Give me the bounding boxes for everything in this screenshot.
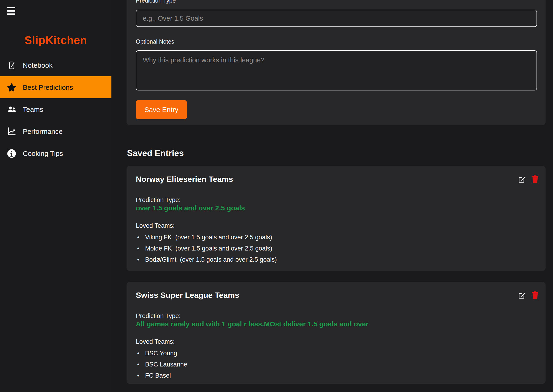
info-icon	[7, 149, 16, 158]
sidebar: SlipKitchen Notebook Best P	[0, 0, 111, 392]
entry-actions	[518, 175, 539, 183]
sidebar-item-notebook[interactable]: Notebook	[0, 54, 111, 76]
edit-icon	[518, 175, 526, 183]
hamburger-menu-button[interactable]	[7, 7, 16, 16]
star-icon	[7, 83, 16, 92]
trash-icon	[532, 291, 539, 300]
performance-icon	[7, 127, 16, 136]
app-logo: SlipKitchen	[0, 34, 111, 47]
entry-title: Norway Eliteserien Teams	[136, 175, 233, 184]
prediction-type-value: over 1.5 goals and over 2.5 goals	[136, 204, 245, 212]
prediction-type-label: Prediction Type:	[136, 312, 181, 320]
saved-entry-card: Swiss Super League Teams Prediction Type…	[127, 282, 546, 384]
prediction-type-label: Prediction Type:	[136, 196, 181, 204]
team-list-item: BSC Lausanne	[136, 361, 187, 368]
team-list-item: Viking FK (over 1.5 goals and over 2.5 g…	[136, 234, 277, 241]
sidebar-item-label: Cooking Tips	[23, 150, 63, 157]
trash-icon	[532, 175, 539, 183]
entry-title: Swiss Super League Teams	[136, 291, 239, 300]
teams-icon	[7, 105, 16, 114]
edit-entry-button[interactable]	[518, 175, 526, 183]
optional-notes-textarea[interactable]	[136, 50, 537, 91]
prediction-type-value: All games rarely end with 1 goal r less.…	[136, 320, 368, 328]
optional-notes-label: Optional Notes	[136, 38, 174, 45]
delete-entry-button[interactable]	[532, 291, 539, 300]
prediction-type-label: Prediction Type	[136, 0, 176, 4]
team-list-item: FC Basel	[136, 372, 187, 379]
sidebar-item-label: Performance	[23, 128, 63, 135]
saved-entries-heading: Saved Entries	[127, 148, 184, 158]
sidebar-item-label: Best Predictions	[23, 84, 73, 91]
save-entry-button[interactable]: Save Entry	[136, 100, 187, 119]
loved-teams-label: Loved Teams:	[136, 222, 175, 229]
sidebar-item-best-predictions[interactable]: Best Predictions	[0, 76, 111, 98]
team-list-item: BSC Young	[136, 350, 187, 357]
team-list-item: Molde FK (over 1.5 goals and over 2.5 go…	[136, 245, 277, 252]
delete-entry-button[interactable]	[532, 175, 539, 183]
sidebar-item-label: Teams	[23, 105, 43, 113]
prediction-form-panel: Prediction Type Optional Notes Save Entr…	[127, 0, 546, 125]
hamburger-icon	[7, 7, 15, 8]
edit-icon	[518, 292, 526, 299]
sidebar-nav: Notebook Best Predictions Teams	[0, 54, 111, 164]
entry-actions	[518, 291, 539, 300]
edit-entry-button[interactable]	[518, 292, 526, 299]
notebook-icon	[7, 61, 16, 70]
sidebar-item-performance[interactable]: Performance	[0, 120, 111, 142]
prediction-type-input[interactable]	[136, 10, 537, 27]
sidebar-item-cooking-tips[interactable]: Cooking Tips	[0, 142, 111, 164]
loved-teams-list: BSC Young BSC Lausanne FC Basel	[136, 350, 187, 383]
team-list-item: Bodø/Glimt (over 1.5 goals and over 2.5 …	[136, 256, 277, 263]
sidebar-item-teams[interactable]: Teams	[0, 98, 111, 120]
loved-teams-label: Loved Teams:	[136, 338, 175, 345]
sidebar-item-label: Notebook	[23, 62, 52, 69]
loved-teams-list: Viking FK (over 1.5 goals and over 2.5 g…	[136, 234, 277, 267]
saved-entry-card: Norway Eliteserien Teams Prediction Type…	[127, 166, 546, 271]
